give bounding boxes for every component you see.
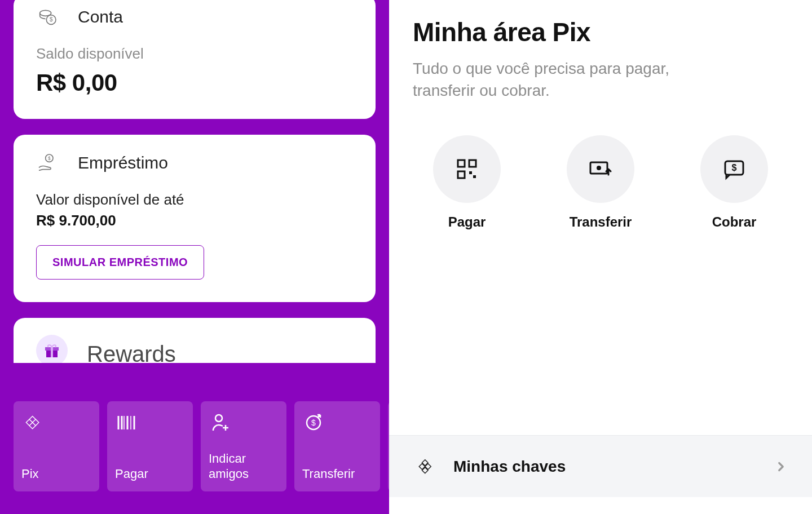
pix-area-panel: Minha área Pix Tudo o que você precisa p… [389, 0, 812, 514]
pix-subtitle: Tudo o que você precisa para pagar, tran… [413, 57, 729, 101]
svg-text:$: $ [48, 156, 51, 161]
svg-rect-23 [473, 175, 476, 178]
svg-point-25 [597, 166, 601, 170]
rewards-card[interactable]: Rewards [14, 318, 376, 363]
svg-rect-22 [469, 171, 472, 174]
coins-icon: $ [36, 6, 59, 28]
transfer-icon [588, 157, 613, 181]
pix-keys-icon [413, 454, 438, 479]
chevron-right-icon [774, 459, 788, 474]
home-panel: $ Conta Saldo disponível R$ 0,00 $ Empré… [0, 0, 389, 514]
svg-point-14 [215, 415, 222, 422]
shortcut-indicar[interactable]: Indicar amigos [201, 401, 286, 491]
qr-pay-icon [454, 157, 479, 181]
action-label: Pagar [448, 214, 486, 230]
pix-action-cobrar[interactable]: $ Cobrar [689, 135, 779, 230]
pix-action-transferir[interactable]: Transferir [555, 135, 646, 230]
svg-text:$: $ [732, 163, 737, 172]
loan-title: Empréstimo [78, 153, 168, 172]
shortcut-label: Indicar amigos [209, 451, 279, 481]
svg-rect-20 [469, 160, 476, 167]
barcode-icon [115, 411, 138, 434]
pix-action-row: Pagar Transferir [413, 135, 788, 230]
svg-rect-7 [51, 347, 53, 357]
charge-icon: $ [722, 157, 747, 181]
svg-text:$: $ [50, 16, 53, 23]
shortcut-pix[interactable]: Pix [14, 401, 99, 491]
shortcut-strip: Pix Pagar Indicar amigos [14, 401, 389, 491]
my-keys-row[interactable]: Minhas chaves [389, 435, 812, 497]
balance-label: Saldo disponível [36, 45, 353, 63]
action-label: Transferir [570, 214, 632, 230]
account-title: Conta [78, 7, 123, 26]
svg-text:$: $ [311, 418, 316, 427]
loan-available-label: Valor disponível de até [36, 191, 353, 209]
simulate-loan-button[interactable]: SIMULAR EMPRÉSTIMO [36, 245, 204, 280]
action-label: Cobrar [712, 214, 757, 230]
my-keys-label: Minhas chaves [453, 458, 774, 476]
rewards-title: Rewards [87, 342, 176, 364]
shortcut-transferir[interactable]: $ Transferir [294, 401, 380, 491]
pix-action-pagar[interactable]: Pagar [422, 135, 512, 230]
shortcut-pagar[interactable]: Pagar [107, 401, 193, 491]
balance-value: R$ 0,00 [36, 69, 353, 96]
transfer-money-icon: $ [302, 411, 325, 434]
loan-hand-icon: $ [36, 152, 59, 174]
gift-icon [36, 335, 68, 363]
shortcut-label: Transferir [302, 467, 372, 481]
shortcut-label: Pagar [115, 467, 185, 481]
invite-friends-icon [209, 411, 231, 434]
svg-rect-21 [458, 171, 465, 178]
loan-card[interactable]: $ Empréstimo Valor disponível de até R$ … [14, 135, 376, 302]
shortcut-label: Pix [21, 467, 91, 481]
loan-available-value: R$ 9.700,00 [36, 212, 353, 229]
svg-rect-19 [458, 160, 465, 167]
pix-diamond-icon [21, 411, 44, 434]
pix-title: Minha área Pix [413, 17, 788, 47]
account-card[interactable]: $ Conta Saldo disponível R$ 0,00 [14, 0, 376, 119]
